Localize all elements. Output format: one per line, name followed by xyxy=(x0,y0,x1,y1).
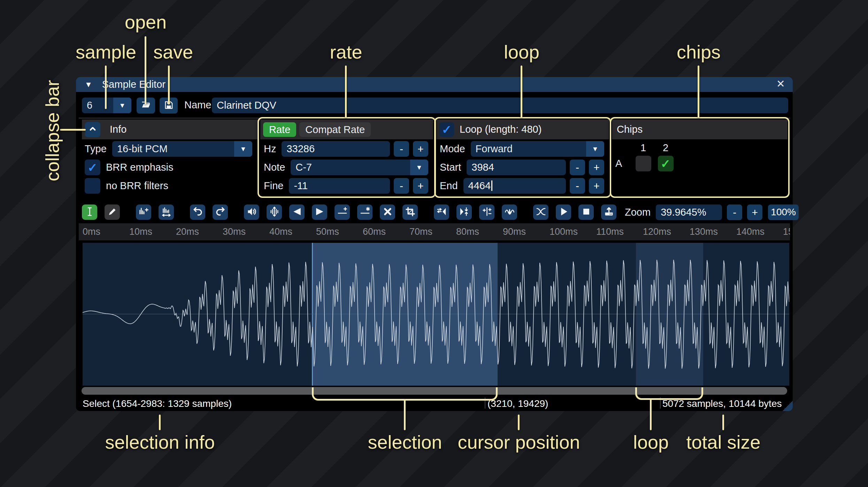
crossfade-icon xyxy=(536,206,546,218)
redo-icon xyxy=(215,206,226,218)
sample-type-select[interactable]: 16-bit PCM ▼ xyxy=(112,141,252,157)
fade-in-icon xyxy=(292,206,302,218)
note-select[interactable]: C-7 ▼ xyxy=(291,160,428,175)
open-callout-line xyxy=(145,36,146,105)
resample-button[interactable] xyxy=(159,204,174,220)
crossfade-button[interactable] xyxy=(533,204,548,220)
selection-callout-bracket xyxy=(312,387,498,401)
waveform-view[interactable] xyxy=(83,243,789,386)
fine-label: Fine xyxy=(264,180,283,192)
ruler-tick: 140ms xyxy=(736,226,765,237)
loop-end-decrement-button[interactable]: - xyxy=(570,178,585,194)
fade-in-button[interactable] xyxy=(289,204,305,220)
zoom-label: Zoom xyxy=(625,207,651,218)
chevron-down-icon[interactable]: ▼ xyxy=(586,141,604,157)
signed-unsigned-button[interactable] xyxy=(479,204,494,220)
line-star-icon xyxy=(360,206,370,218)
loop-mode-select[interactable]: Forward ▼ xyxy=(471,141,604,157)
rate-callout-line xyxy=(345,65,347,118)
brr-emphasis-checkbox[interactable] xyxy=(85,160,100,175)
chevron-down-icon[interactable]: ▼ xyxy=(410,160,428,175)
sample-selector[interactable]: 6 ▼ xyxy=(82,98,131,113)
fine-input[interactable]: -11 xyxy=(289,178,390,194)
resize-grip[interactable] xyxy=(782,401,793,411)
make-instrument-button[interactable] xyxy=(601,204,616,220)
sample-callout-line xyxy=(105,65,107,109)
draw-tool-button[interactable] xyxy=(105,204,120,220)
annotation-cursor-position: cursor position xyxy=(458,431,580,453)
collapse-window-icon[interactable]: ▼ xyxy=(85,80,92,89)
rate-panel: Rate Compat Rate Hz 33286 - + Note C-7 ▼… xyxy=(260,119,433,195)
fine-decrement-button[interactable]: - xyxy=(394,178,409,194)
speaker-icon xyxy=(246,206,257,218)
hz-input[interactable]: 33286 xyxy=(282,141,390,157)
invert-arrows-icon xyxy=(459,206,470,218)
zoom-in-button[interactable]: + xyxy=(747,204,762,220)
amplify-button[interactable] xyxy=(244,204,259,220)
close-icon[interactable]: ✕ xyxy=(776,78,785,90)
select-tool-button[interactable] xyxy=(82,204,97,220)
fine-increment-button[interactable]: + xyxy=(413,178,428,194)
status-selection-info: Select (1654-2983: 1329 samples) xyxy=(83,398,232,409)
line-plus-icon xyxy=(337,206,348,218)
tab-rate[interactable]: Rate xyxy=(263,122,296,137)
stop-preview-button[interactable] xyxy=(578,204,594,220)
invert-button[interactable] xyxy=(456,204,472,220)
loop-end-increment-button[interactable]: + xyxy=(589,178,604,194)
plus-minus-icon xyxy=(482,206,492,218)
total-size-callout-line xyxy=(722,415,724,430)
waveform-path-svg xyxy=(83,243,789,386)
no-brr-filters-checkbox[interactable] xyxy=(85,178,100,194)
loop-enable-checkbox[interactable] xyxy=(439,122,454,137)
chevron-down-icon[interactable]: ▼ xyxy=(234,141,252,157)
ruler-tick: 90ms xyxy=(503,226,526,237)
chips-panel: Chips 1 2 A xyxy=(612,119,788,195)
loop-panel: Loop (length: 480) Mode Forward ▼ Start … xyxy=(436,119,609,195)
trim-button[interactable] xyxy=(402,204,418,220)
undo-button[interactable] xyxy=(190,204,205,220)
normalize-button[interactable] xyxy=(267,204,282,220)
loop-start-decrement-button[interactable]: - xyxy=(570,160,585,175)
annotation-loop-top: loop xyxy=(504,41,539,63)
zoom-out-button[interactable]: - xyxy=(727,204,742,220)
reverse-arrows-icon xyxy=(436,206,447,218)
ruler-tick: 70ms xyxy=(409,226,432,237)
timeline-ruler[interactable]: 0ms10ms20ms30ms40ms50ms60ms70ms80ms90ms1… xyxy=(79,223,790,240)
delete-button[interactable] xyxy=(380,204,395,220)
ruler-tick: 0ms xyxy=(83,226,100,237)
chip-2-checkbox[interactable] xyxy=(658,156,674,171)
annotation-save: save xyxy=(153,41,193,63)
window-title: Sample Editor xyxy=(102,79,166,90)
loop-start-increment-button[interactable]: + xyxy=(589,160,604,175)
cursor-position-callout-line xyxy=(518,415,520,430)
sample-name-input[interactable]: Clarinet DQV xyxy=(212,98,788,113)
collapse-info-button[interactable] xyxy=(85,122,100,137)
filter-button[interactable] xyxy=(502,204,517,220)
loop-start-input[interactable]: 3984 xyxy=(467,160,566,175)
sample-index: 6 xyxy=(82,98,113,113)
tab-compat-rate[interactable]: Compat Rate xyxy=(299,122,371,137)
play-preview-button[interactable] xyxy=(556,204,571,220)
wave-vertical-arrows-icon xyxy=(269,206,280,218)
fade-out-button[interactable] xyxy=(312,204,327,220)
redo-button[interactable] xyxy=(213,204,228,220)
ruler-tick: 130ms xyxy=(690,226,718,237)
titlebar[interactable]: ▼ Sample Editor ✕ xyxy=(76,77,793,92)
sample-type-row: Type 16-bit PCM ▼ xyxy=(85,141,252,157)
annotation-rate: rate xyxy=(330,41,362,63)
annotation-chips: chips xyxy=(677,41,721,63)
chevron-down-icon[interactable]: ▼ xyxy=(113,98,131,113)
loop-callout-bracket xyxy=(635,387,703,400)
apply-silence-button[interactable] xyxy=(357,204,372,220)
zoom-reset-button[interactable]: 100% xyxy=(768,204,799,220)
loop-end-input[interactable]: 4464 xyxy=(463,178,566,194)
chip-1-checkbox[interactable] xyxy=(636,156,651,171)
insert-silence-button[interactable] xyxy=(335,204,350,220)
pencil-icon xyxy=(107,206,118,218)
reverse-button[interactable] xyxy=(434,204,449,220)
zoom-input[interactable]: 39.9645% xyxy=(656,204,722,220)
resize-button[interactable] xyxy=(136,204,151,220)
hz-decrement-button[interactable]: - xyxy=(394,141,409,157)
chip-row-a: A xyxy=(615,158,632,169)
hz-increment-button[interactable]: + xyxy=(413,141,428,157)
